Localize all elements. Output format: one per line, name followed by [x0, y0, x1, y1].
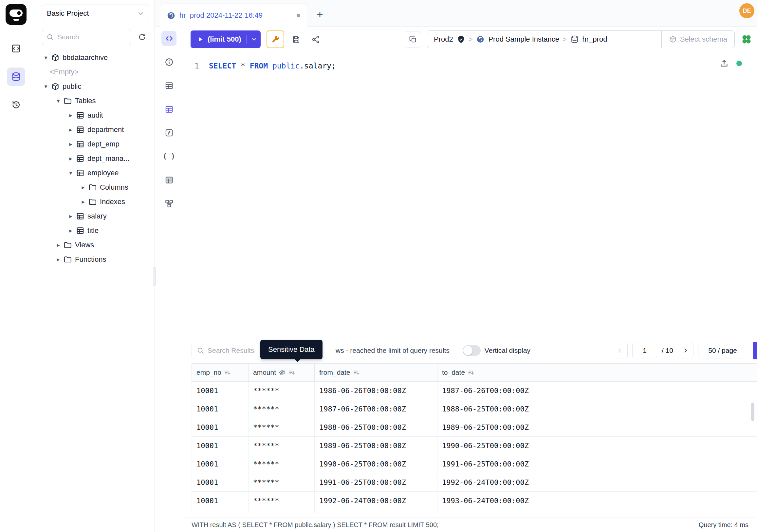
sidebar-search-box[interactable] [42, 29, 131, 45]
function-icon[interactable] [162, 125, 176, 140]
tab-hr-prod[interactable]: hr_prod 2024-11-22 16:49 [160, 4, 307, 27]
page-number-input[interactable]: 1 [632, 343, 657, 359]
tree-item-tables[interactable]: ▾Tables [42, 94, 149, 108]
tree-item-department[interactable]: ▸department [42, 122, 149, 137]
sql-code-icon[interactable] [162, 31, 176, 46]
export-button[interactable] [753, 342, 757, 360]
table-cell: 1986-06-26T00:00:00Z [315, 382, 438, 400]
schema-select[interactable]: Select schema [661, 31, 734, 48]
results-table-body: 10001******1986-06-26T00:00:00Z1987-06-2… [192, 382, 757, 513]
table-panel-icon[interactable] [162, 78, 176, 93]
schema-diagram-icon[interactable] [162, 196, 176, 211]
save-sheet-button[interactable] [289, 32, 304, 47]
code-token: SELECT [209, 62, 236, 70]
caret-down-icon[interactable]: ▾ [42, 54, 50, 61]
caret-right-icon[interactable]: ▸ [67, 126, 75, 133]
caret-down-icon[interactable]: ▾ [42, 83, 50, 90]
tree-item-label: bbdataarchive [63, 53, 108, 62]
caret-right-icon[interactable]: ▸ [67, 112, 75, 119]
connection-path[interactable]: Prod2 > Prod Sample Instance > hr_prod [427, 31, 661, 48]
sensitive-data-tooltip: Sensitive Data [260, 340, 322, 360]
tree-item-dept-mana[interactable]: ▸dept_mana... [42, 151, 149, 166]
tree-item-bbdataarchive[interactable]: ▾bbdataarchive [42, 50, 149, 65]
format-sql-button[interactable] [266, 30, 284, 48]
caret-right-icon[interactable]: ▸ [67, 227, 75, 234]
page-total: / 10 [662, 347, 673, 355]
column-header-emp_no[interactable]: emp_no [192, 363, 249, 381]
copy-connection-button[interactable] [405, 31, 421, 47]
tab-label: hr_prod 2024-11-22 16:49 [179, 11, 262, 20]
caret-right-icon[interactable]: ▸ [67, 213, 75, 220]
prev-page-button[interactable] [612, 343, 628, 359]
tree-item-public[interactable]: ▾public [42, 79, 149, 94]
tree-item-audit[interactable]: ▸audit [42, 108, 149, 122]
tree-item-title[interactable]: ▸title [42, 223, 149, 238]
avatar[interactable]: DE [739, 3, 754, 18]
run-options-chevron-icon[interactable] [251, 36, 257, 43]
connection-status-dot-icon [736, 61, 742, 66]
plugin-button[interactable] [739, 32, 754, 47]
schema-tree: ▾bbdataarchive<Empty>▾public▾Tables▸audi… [42, 50, 149, 266]
folder-icon [64, 241, 72, 249]
limit-notice: ws - reached the limit of query results [336, 347, 449, 355]
tree-item-dept-emp[interactable]: ▸dept_emp [42, 137, 149, 151]
eye-off-icon [279, 369, 286, 376]
table-cell: 1989-06-25T00:00:00Z [315, 437, 438, 455]
table-cell: 1987-06-26T00:00:00Z [315, 400, 438, 418]
column-header-to_date[interactable]: to_date [438, 363, 560, 381]
caret-right-icon[interactable]: ▸ [54, 241, 62, 249]
tree-item-empty[interactable]: <Empty> [42, 65, 149, 79]
caret-down-icon[interactable]: ▾ [54, 97, 62, 105]
tree-item-columns[interactable]: ▸Columns [42, 180, 149, 195]
code-content: SELECT * FROM public.salary; [209, 61, 336, 71]
bytebase-logo[interactable] [6, 4, 26, 25]
next-page-button[interactable] [678, 343, 693, 359]
sidebar-search-input[interactable] [57, 33, 127, 41]
page-size-select[interactable]: 50 / page [698, 343, 747, 359]
project-select[interactable]: Basic Project [42, 5, 149, 22]
sidebar-search-row [42, 29, 149, 45]
panel-resize-handle[interactable] [471, 337, 483, 338]
tree-item-views[interactable]: ▸Views [42, 238, 149, 252]
column-header-from_date[interactable]: from_date [315, 363, 438, 381]
tables-list-icon[interactable] [162, 172, 176, 187]
caret-right-icon[interactable]: ▸ [54, 256, 62, 263]
tree-item-salary[interactable]: ▸salary [42, 209, 149, 223]
database-icon [11, 72, 21, 81]
column-header-amount[interactable]: amount [249, 363, 315, 381]
caret-right-icon[interactable]: ▸ [79, 198, 87, 205]
tree-item-indexes[interactable]: ▸Indexes [42, 195, 149, 209]
tree-item-functions[interactable]: ▸Functions [42, 252, 149, 266]
database-icon[interactable] [7, 68, 25, 86]
vertical-display-toggle[interactable] [463, 345, 481, 356]
sql-editor[interactable]: 1 SELECT * FROM public.salary; [183, 52, 757, 337]
shield-icon [457, 35, 465, 44]
caret-right-icon[interactable]: ▸ [67, 141, 75, 148]
tree-item-employee[interactable]: ▾employee [42, 166, 149, 180]
share-sheet-button[interactable] [308, 32, 323, 47]
vertical-display-label: Vertical display [485, 347, 530, 355]
editor-mini-toolbar: ( ) [155, 27, 183, 517]
upload-icon[interactable] [720, 59, 729, 68]
run-button-label: (limit 500) [208, 35, 241, 44]
sensitive-table-icon[interactable] [162, 102, 176, 117]
info-icon[interactable] [162, 54, 176, 70]
parentheses-icon[interactable]: ( ) [162, 149, 176, 164]
caret-right-icon[interactable]: ▸ [79, 184, 87, 191]
tooltip-arrow [295, 359, 301, 365]
table-cell: ****** [249, 492, 315, 510]
new-tab-button[interactable]: + [312, 7, 327, 22]
caret-right-icon[interactable]: ▸ [67, 155, 75, 162]
table-cell: 1991-06-25T00:00:00Z [438, 455, 560, 473]
run-query-button[interactable]: (limit 500) [191, 30, 260, 48]
caret-down-icon[interactable]: ▾ [67, 169, 75, 176]
refresh-icon [138, 33, 146, 41]
history-icon[interactable] [7, 96, 25, 114]
refresh-button[interactable] [135, 30, 149, 44]
sidebar-resize-handle[interactable] [153, 267, 156, 286]
sql-console-icon[interactable] [7, 39, 25, 58]
results-scrollbar[interactable] [751, 403, 754, 421]
folder-icon [64, 255, 72, 264]
results-controls: ws - reached the limit of query results … [192, 342, 757, 360]
history-icon [11, 100, 21, 110]
